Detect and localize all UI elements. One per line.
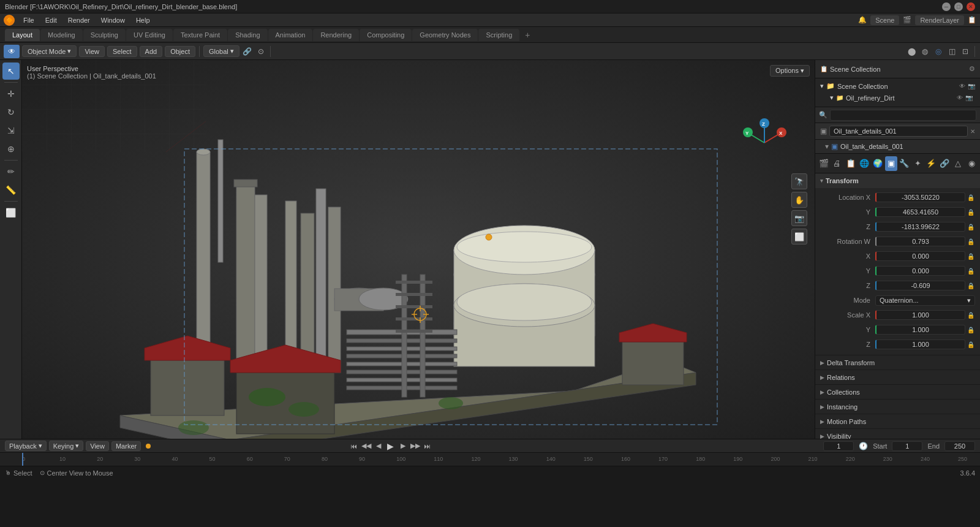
proportional-edit-icon[interactable]: ⊙ (255, 46, 266, 57)
prop-constraints-icon[interactable]: 🔗 (938, 156, 951, 171)
annotate-tool[interactable]: ✏ (2, 163, 20, 180)
object-name-extra-icon[interactable]: ✕ (970, 128, 975, 135)
collection-render-icon[interactable]: 📷 (968, 83, 975, 89)
play-button[interactable]: ▶ (385, 441, 396, 452)
current-frame-input[interactable] (823, 441, 854, 451)
transform-tool[interactable]: ⊕ (2, 140, 20, 157)
location-z-value[interactable]: -1813.99622 (875, 222, 965, 232)
delta-transform-section[interactable]: ▶ Delta Transform (815, 355, 980, 370)
view-menu[interactable]: View (79, 46, 105, 57)
object-menu[interactable]: Object (165, 46, 195, 57)
timeline-scrubber[interactable]: 0102030405060708090100110120130140150160… (0, 452, 980, 466)
instancing-section[interactable]: ▶ Instancing (815, 400, 980, 414)
menu-help[interactable]: Help (131, 15, 155, 25)
viewport-mode-icon[interactable]: 👁 (4, 45, 20, 58)
motion-paths-section[interactable]: ▶ Motion Paths (815, 414, 980, 429)
item-render-icon[interactable]: 📷 (965, 94, 973, 101)
blender-logo[interactable]: 🔶 (4, 15, 15, 26)
menu-file[interactable]: File (18, 15, 39, 25)
pan-tool[interactable]: ✋ (791, 192, 807, 208)
add-menu[interactable]: Add (140, 46, 163, 57)
global-dropdown[interactable]: Global ▾ (203, 45, 239, 57)
end-frame-input[interactable] (944, 441, 975, 451)
marker-menu[interactable]: Marker (111, 441, 141, 451)
maximize-button[interactable]: □ (954, 2, 963, 11)
rotation-w-value[interactable]: 0.793 (875, 237, 965, 246)
scale-x-value[interactable]: 1.000 (875, 310, 965, 320)
rotation-y-value[interactable]: 0.000 (875, 266, 965, 276)
camera-tool[interactable]: 📷 (791, 210, 807, 226)
jump-end-button[interactable]: ⏭ (422, 441, 433, 452)
scale-x-lock[interactable]: 🔒 (967, 311, 975, 319)
scale-z-value[interactable]: 1.000 (875, 339, 965, 349)
scale-z-lock[interactable]: 🔒 (967, 340, 975, 349)
menu-edit[interactable]: Edit (40, 15, 62, 25)
rotate-tool[interactable]: ↻ (2, 104, 20, 121)
minimize-button[interactable]: ─ (942, 2, 951, 11)
prop-physics-icon[interactable]: ⚡ (925, 156, 937, 171)
measure-tool[interactable]: 📏 (2, 181, 20, 199)
tab-layout[interactable]: Layout (5, 29, 40, 41)
sub-expand-icon[interactable]: ▾ (825, 142, 829, 151)
navigation-gizmo[interactable]: X Y Z (740, 118, 789, 167)
location-y-value[interactable]: 4653.41650 (875, 207, 965, 217)
prev-keyframe-button[interactable]: ◀◀ (361, 441, 372, 452)
prop-render-icon[interactable]: 🎬 (818, 156, 830, 171)
next-frame-button[interactable]: ▶ (398, 441, 409, 452)
keyframe-indicator[interactable] (146, 444, 151, 449)
item-eye-icon[interactable]: 👁 (957, 94, 963, 101)
prop-particles-icon[interactable]: ✦ (911, 156, 924, 171)
collection-expand-icon[interactable]: ▾ (820, 82, 824, 90)
tab-scripting[interactable]: Scripting (478, 29, 519, 41)
object-name-field[interactable] (829, 126, 968, 137)
options-button[interactable]: Options ▾ (770, 65, 810, 77)
add-cube-tool[interactable]: ⬜ (2, 204, 20, 221)
location-x-lock[interactable]: 🔒 (967, 193, 975, 202)
next-keyframe-button[interactable]: ▶▶ (410, 441, 421, 452)
collections-section[interactable]: ▶ Collections (815, 385, 980, 400)
viewport-shading-solid[interactable]: ⬤ (906, 46, 917, 57)
relations-section[interactable]: ▶ Relations (815, 370, 980, 385)
rotation-w-lock[interactable]: 🔒 (967, 237, 975, 246)
select-menu[interactable]: Select (107, 46, 137, 57)
menu-render[interactable]: Render (63, 15, 95, 25)
viewport-overlay[interactable]: ◫ (946, 46, 957, 57)
mode-dropdown[interactable]: Quaternion... ▾ (875, 295, 975, 306)
tab-compositing[interactable]: Compositing (360, 29, 412, 41)
prev-frame-button[interactable]: ◀ (373, 441, 384, 452)
timeline-view-menu[interactable]: View (86, 441, 109, 451)
location-x-value[interactable]: -3053.50220 (875, 192, 965, 202)
keying-menu[interactable]: Keying ▾ (49, 441, 84, 451)
prop-scene-icon[interactable]: 🌐 (858, 156, 870, 171)
prop-object-icon[interactable]: ▣ (885, 156, 897, 171)
object-mode-dropdown[interactable]: Object Mode ▾ (22, 45, 77, 57)
collection-eye-icon[interactable]: 👁 (959, 83, 965, 89)
tab-sculpting[interactable]: Sculpting (83, 29, 126, 41)
visibility-section[interactable]: ▶ Visibility (815, 429, 980, 439)
prop-data-icon[interactable]: △ (952, 156, 964, 171)
close-button[interactable]: ✕ (967, 2, 975, 11)
location-z-lock[interactable]: 🔒 (967, 222, 975, 231)
location-y-lock[interactable]: 🔒 (967, 208, 975, 216)
tab-rendering[interactable]: Rendering (313, 29, 359, 41)
prop-modifier-icon[interactable]: 🔧 (899, 156, 911, 171)
ortho-tool[interactable]: ⬜ (791, 229, 807, 245)
tab-shading[interactable]: Shading (228, 29, 267, 41)
prop-world-icon[interactable]: 🌍 (872, 156, 884, 171)
zoom-in-tool[interactable]: 🔭 (791, 173, 807, 189)
viewport-shading-material[interactable]: ◍ (919, 46, 930, 57)
cursor-tool[interactable]: ↖ (2, 63, 20, 80)
3d-viewport[interactable]: User Perspective (1) Scene Collection | … (22, 60, 815, 439)
add-workspace-button[interactable]: + (520, 28, 535, 42)
prop-material-icon[interactable]: ◉ (965, 156, 978, 171)
tab-uv-editing[interactable]: UV Editing (126, 29, 173, 41)
start-frame-input[interactable] (892, 441, 922, 451)
tab-animation[interactable]: Animation (268, 29, 313, 41)
scale-y-lock[interactable]: 🔒 (967, 325, 975, 334)
snap-icon[interactable]: 🔗 (242, 46, 253, 57)
prop-output-icon[interactable]: 🖨 (831, 156, 843, 171)
prop-view-layer-icon[interactable]: 📋 (845, 156, 857, 171)
playback-menu[interactable]: Playback ▾ (5, 441, 47, 451)
rotation-x-lock[interactable]: 🔒 (967, 252, 975, 260)
tab-modeling[interactable]: Modeling (40, 29, 83, 41)
